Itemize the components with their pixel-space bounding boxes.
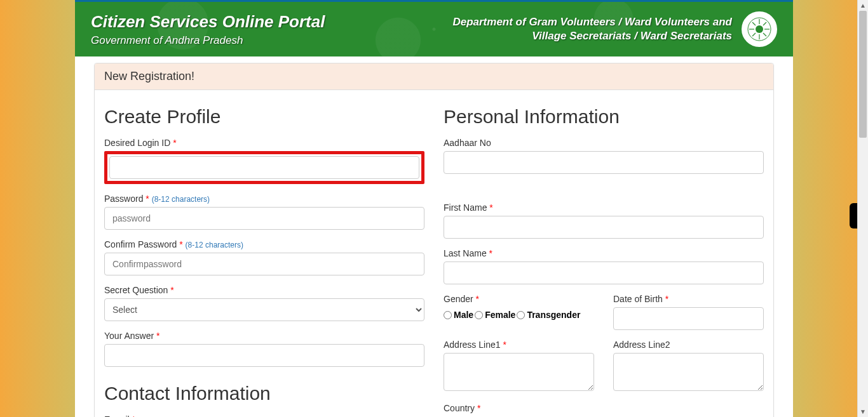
gender-radios: Male Female Transgender — [444, 310, 594, 320]
personal-info-heading: Personal Information — [444, 106, 764, 128]
svg-line-7 — [763, 33, 766, 36]
scroll-up-arrow-icon[interactable]: ▲ — [858, 0, 868, 11]
content-area: New Registration! Create Profile Desired… — [75, 63, 793, 417]
label-password: Password * (8-12 characters) — [104, 194, 210, 204]
radio-transgender[interactable] — [517, 311, 525, 319]
label-gender: Gender * — [444, 294, 479, 304]
scroll-down-arrow-icon[interactable]: ▼ — [858, 406, 868, 417]
label-dob: Date of Birth * — [613, 294, 668, 304]
site-header: Citizen Services Online Portal Governmen… — [75, 0, 793, 56]
label-first-name: First Name * — [444, 202, 493, 213]
your-answer-input[interactable] — [104, 344, 424, 367]
label-aadhaar: Aadhaar No — [444, 138, 491, 148]
radio-transgender-label: Transgender — [527, 310, 580, 320]
radio-female[interactable] — [475, 311, 483, 319]
label-last-name: Last Name * — [444, 248, 492, 258]
address1-input[interactable] — [444, 353, 594, 391]
group-aadhaar: Aadhaar No — [444, 137, 764, 174]
scroll-thumb[interactable] — [859, 11, 867, 138]
label-email: E-mail * — [104, 414, 135, 417]
gender-dob-row: Gender * Male Female Transgender Date of… — [444, 293, 764, 339]
group-confirm-password: Confirm Password * (8-12 characters) — [104, 239, 424, 275]
aadhaar-input[interactable] — [444, 151, 764, 174]
confirm-password-input[interactable] — [104, 253, 424, 275]
svg-line-9 — [752, 33, 756, 36]
radio-male[interactable] — [444, 311, 452, 319]
login-id-input[interactable] — [109, 156, 419, 179]
label-address2: Address Line2 — [613, 340, 670, 350]
svg-line-6 — [752, 22, 756, 25]
panel-heading: New Registration! — [95, 63, 773, 90]
group-dob: Date of Birth * — [613, 293, 764, 330]
group-password: Password * (8-12 characters) — [104, 193, 424, 230]
dept-line1: Department of Gram Volunteers / Ward Vol… — [452, 15, 732, 29]
form-row: Create Profile Desired Login ID * Passwo… — [104, 106, 764, 417]
radio-male-label: Male — [454, 310, 473, 320]
panel-body: Create Profile Desired Login ID * Passwo… — [95, 90, 773, 417]
left-column: Create Profile Desired Login ID * Passwo… — [104, 106, 424, 417]
header-left: Citizen Services Online Portal Governmen… — [91, 12, 325, 47]
label-your-answer: Your Answer * — [104, 331, 159, 341]
address2-input[interactable] — [613, 353, 764, 391]
create-profile-heading: Create Profile — [104, 106, 424, 128]
group-gender: Gender * Male Female Transgender — [444, 293, 594, 330]
dept-line2: Village Secretariats / Ward Secretariats — [452, 29, 732, 43]
site-title: Citizen Services Online Portal — [91, 12, 325, 32]
group-last-name: Last Name * — [444, 248, 764, 284]
state-emblem-icon — [742, 11, 777, 47]
address-row: Address Line1 * Address Line2 — [444, 339, 764, 402]
site-subtitle: Government of Andhra Pradesh — [91, 34, 325, 47]
svg-point-1 — [756, 25, 763, 33]
label-address1: Address Line1 * — [444, 340, 506, 350]
right-column: Personal Information Aadhaar No First Na… — [444, 106, 764, 417]
login-id-highlight — [104, 151, 424, 184]
password-input[interactable] — [104, 207, 424, 230]
radio-female-label: Female — [485, 310, 515, 320]
group-address2: Address Line2 — [613, 339, 764, 394]
registration-panel: New Registration! Create Profile Desired… — [94, 63, 774, 417]
group-country: Country * — [444, 402, 764, 414]
contact-info-heading: Contact Information — [104, 383, 424, 404]
svg-line-8 — [763, 22, 766, 25]
last-name-input[interactable] — [444, 261, 764, 284]
label-confirm-password: Confirm Password * (8-12 characters) — [104, 239, 243, 249]
label-secret-question: Secret Question * — [104, 285, 174, 295]
group-first-name: First Name * — [444, 202, 764, 239]
group-secret-question: Secret Question * Select — [104, 284, 424, 321]
department-name: Department of Gram Volunteers / Ward Vol… — [452, 15, 732, 43]
group-address1: Address Line1 * — [444, 339, 594, 394]
label-login-id: Desired Login ID * — [104, 138, 177, 148]
dob-input[interactable] — [613, 307, 764, 330]
label-country: Country * — [444, 403, 480, 413]
first-name-input[interactable] — [444, 216, 764, 239]
page-wrap: Citizen Services Online Portal Governmen… — [75, 0, 793, 417]
group-login-id: Desired Login ID * — [104, 137, 424, 184]
secret-question-select[interactable]: Select — [104, 298, 424, 321]
side-widget-tab[interactable] — [850, 203, 857, 228]
group-email: E-mail * — [104, 414, 424, 417]
group-your-answer: Your Answer * — [104, 330, 424, 367]
header-right: Department of Gram Volunteers / Ward Vol… — [452, 11, 777, 47]
vertical-scrollbar[interactable]: ▲ ▼ — [857, 0, 868, 417]
